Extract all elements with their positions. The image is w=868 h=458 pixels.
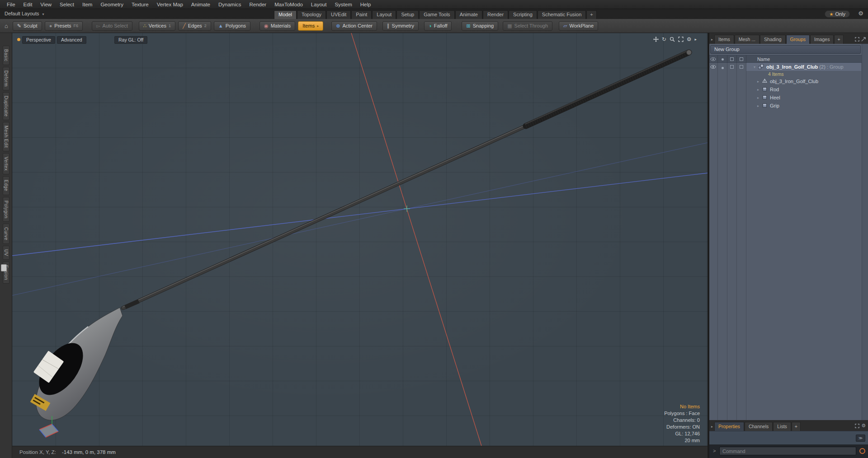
zoom-icon[interactable]: [670, 37, 675, 42]
command-history-record-icon[interactable]: [859, 448, 865, 454]
tree-row-mesh[interactable]: ▸ obj_3_Iron_Golf_Club: [709, 77, 861, 85]
polygons-mode-button[interactable]: ▲ Polygons: [214, 21, 250, 31]
left-tab-vertex[interactable]: Vertex: [3, 153, 9, 174]
only-toggle-button[interactable]: ★ Only: [825, 10, 850, 18]
menu-texture[interactable]: Texture: [127, 0, 153, 9]
tab-mesh-ops[interactable]: Mesh ...: [735, 35, 760, 44]
orbit-icon[interactable]: ↻: [662, 37, 666, 42]
materials-mode-button[interactable]: ◉ Materials: [259, 21, 295, 31]
viewport-menu-dot[interactable]: [17, 38, 20, 41]
expand-caret-icon[interactable]: ▾: [754, 63, 755, 71]
expand-caret-icon[interactable]: ▸: [757, 86, 759, 94]
menu-geometry[interactable]: Geometry: [96, 0, 127, 9]
action-center-button[interactable]: ⊕ Action Center: [331, 21, 377, 31]
tab-schematic-fusion[interactable]: Schematic Fusion: [538, 10, 586, 19]
expand-panel-icon[interactable]: [855, 424, 859, 428]
menu-file[interactable]: File: [3, 0, 19, 9]
snapping-button[interactable]: ⊞ Snapping: [462, 21, 498, 31]
left-tab-mesh-edit[interactable]: Mesh Edit: [3, 122, 9, 151]
tab-topology[interactable]: Topology: [297, 10, 326, 19]
tree-row-grip[interactable]: ▸ Grip: [709, 102, 861, 110]
symmetry-button[interactable]: ∥ Symmetry: [382, 21, 419, 31]
3d-viewport[interactable]: Perspective Advanced Ray GL: Off ↻ ⚙ ▸ N…: [12, 33, 708, 446]
left-tab-polygon[interactable]: Polygon: [3, 197, 9, 222]
tab-layout[interactable]: Layout: [372, 10, 396, 19]
tab-properties[interactable]: Properties: [714, 422, 744, 431]
menu-help[interactable]: Help: [356, 0, 375, 9]
tab-uvedit[interactable]: UVEdit: [326, 10, 351, 19]
menu-render[interactable]: Render: [245, 0, 270, 9]
menu-maxtomodo[interactable]: MaxToModo: [270, 0, 307, 9]
menu-system[interactable]: System: [330, 0, 356, 9]
maximize-panel-icon[interactable]: [861, 37, 866, 42]
group-tree-list[interactable]: ▾ obj_3_Iron_Golf_Club (2) : Group 4 Ite…: [709, 55, 862, 420]
tab-animate[interactable]: Animate: [455, 10, 482, 19]
item-name-label[interactable]: Heel: [770, 93, 780, 102]
menu-dynamics[interactable]: Dynamics: [214, 0, 245, 9]
falloff-button[interactable]: ◑ Falloff: [424, 21, 452, 31]
eye-icon[interactable]: [710, 65, 716, 69]
menu-select[interactable]: Select: [56, 0, 78, 9]
tab-groups[interactable]: Groups: [786, 35, 810, 44]
command-input[interactable]: [719, 447, 856, 455]
tab-game-tools[interactable]: Game Tools: [419, 10, 455, 19]
tab-images[interactable]: Images: [810, 35, 834, 44]
expand-caret-icon[interactable]: ▸: [757, 78, 759, 86]
menu-edit[interactable]: Edit: [19, 0, 37, 9]
viewport-shading-button[interactable]: Advanced: [57, 36, 86, 44]
tree-row-group[interactable]: ▾ obj_3_Iron_Golf_Club (2) : Group: [709, 63, 861, 71]
default-layouts-dropdown[interactable]: Default Layouts ▾: [5, 11, 44, 16]
tab-shading[interactable]: Shading: [760, 35, 786, 44]
tree-row-heel[interactable]: ▸ Heel: [709, 93, 861, 102]
viewport-options-arrow-icon[interactable]: ▸: [694, 37, 697, 42]
golf-club-model[interactable]: [30, 50, 692, 421]
tab-channels[interactable]: Channels: [745, 422, 773, 431]
menu-view[interactable]: View: [36, 0, 56, 9]
auto-select-button[interactable]: ▻ Auto Select: [92, 21, 132, 31]
sculpt-button[interactable]: ✎ Sculpt: [13, 21, 42, 31]
add-layout-tab-button[interactable]: +: [586, 10, 596, 19]
panel-menu-arrow-icon[interactable]: ▸: [711, 37, 713, 42]
item-name-label[interactable]: Rod: [770, 85, 779, 93]
left-tab-curve[interactable]: Curve: [3, 224, 9, 244]
tree-row-rod[interactable]: ▸ Rod: [709, 85, 861, 93]
left-tab-edge[interactable]: Edge: [3, 176, 9, 195]
left-tab-duplicate[interactable]: Duplicate: [3, 92, 9, 120]
left-tab-basic[interactable]: Basic: [3, 46, 9, 65]
new-group-button[interactable]: New Group: [710, 45, 861, 54]
group-name-label[interactable]: obj_3_Iron_Golf_Club (2) : Group: [766, 63, 844, 71]
add-panel-tab-button[interactable]: +: [792, 422, 801, 431]
expand-caret-icon[interactable]: ▸: [757, 94, 759, 102]
viewport-gear-icon[interactable]: ⚙: [687, 37, 692, 42]
workplane-button[interactable]: ▱ WorkPlane: [559, 21, 598, 31]
mesh-name-label[interactable]: obj_3_Iron_Golf_Club: [770, 77, 818, 85]
expand-properties-button[interactable]: ≫: [856, 435, 865, 442]
edges-mode-button[interactable]: ╱ Edges 2: [178, 21, 211, 31]
items-mode-button[interactable]: Items ▸: [298, 21, 323, 31]
home-icon[interactable]: ⌂: [5, 23, 8, 29]
menu-item[interactable]: Item: [78, 0, 96, 9]
render-toggle-icon[interactable]: [722, 67, 724, 69]
expand-panel-icon[interactable]: [855, 37, 859, 42]
menu-animate[interactable]: Animate: [187, 0, 214, 9]
presets-button[interactable]: ● Presets F6: [45, 21, 83, 31]
left-tab-deform[interactable]: Deform: [3, 67, 9, 90]
panel-menu-arrow-icon[interactable]: ▸: [711, 425, 713, 429]
panel-gear-icon[interactable]: ⚙: [861, 423, 866, 429]
tab-scripting[interactable]: Scripting: [509, 10, 537, 19]
tab-lists[interactable]: Lists: [773, 422, 791, 431]
left-tab-uv[interactable]: UV: [3, 246, 9, 260]
select-through-button[interactable]: ▦ Select Through: [503, 21, 552, 31]
panel-scrollbar-strip[interactable]: [862, 44, 868, 420]
panel-splitter-handle[interactable]: [1, 264, 7, 271]
item-name-label[interactable]: Grip: [770, 102, 779, 110]
fit-view-icon[interactable]: [678, 37, 684, 42]
tab-model[interactable]: Model: [274, 10, 297, 19]
gear-icon[interactable]: ⚙: [858, 10, 863, 17]
viewport-projection-button[interactable]: Perspective: [22, 36, 55, 44]
pan-icon[interactable]: [653, 37, 659, 42]
expand-caret-icon[interactable]: ▸: [757, 102, 759, 110]
add-panel-tab-button[interactable]: +: [834, 35, 843, 44]
vertices-mode-button[interactable]: ∴ Vertices 1: [139, 21, 175, 31]
menu-vertex-map[interactable]: Vertex Map: [153, 0, 187, 9]
